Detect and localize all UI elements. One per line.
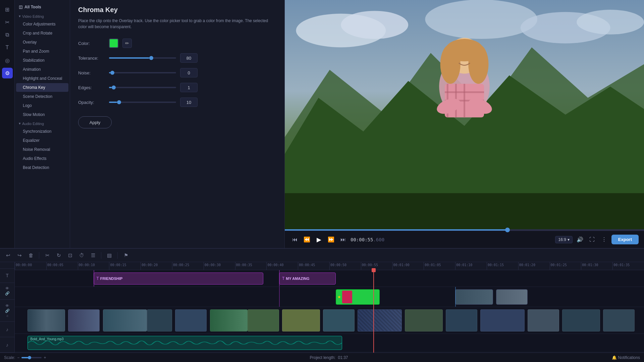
play-button[interactable]: ▶ — [314, 235, 324, 244]
video-clip-3[interactable] — [103, 309, 147, 331]
video-clip-9[interactable] — [323, 309, 355, 331]
layers-icon[interactable]: ⧉ — [2, 29, 13, 40]
text-track-row: T FRIENDSHIP T MY AMAZING — [15, 270, 644, 287]
video-clip-6[interactable] — [210, 309, 248, 331]
video-clip-14[interactable] — [528, 309, 559, 331]
scale-minus-icon[interactable]: − — [17, 355, 19, 360]
tool-logo[interactable]: Logo — [16, 101, 68, 110]
tool-audio-effects[interactable]: Audio Effects — [16, 154, 68, 163]
globe-icon[interactable]: ◎ — [2, 55, 13, 66]
scale-slider-track[interactable] — [21, 357, 42, 358]
video-clip-4[interactable] — [147, 309, 172, 331]
tool-chroma-key[interactable]: Chroma Key — [16, 83, 68, 92]
video-thumb2 — [68, 310, 99, 331]
eye-icon[interactable]: 👁 — [5, 286, 9, 290]
color-picker-button[interactable]: ✏ — [122, 39, 132, 48]
opacity-slider[interactable] — [109, 102, 176, 103]
cut-button[interactable]: ✂ — [43, 251, 52, 260]
tool-crop-rotate[interactable]: Crop and Rotate — [16, 29, 68, 38]
tool-stabilization[interactable]: Stabilization — [16, 56, 68, 65]
progress-thumb[interactable] — [505, 228, 510, 232]
loop-button[interactable]: ↻ — [54, 251, 63, 260]
eye-icon-2[interactable]: 👁 — [5, 304, 9, 308]
tool-noise-removal[interactable]: Noise Removal — [16, 145, 68, 154]
video-clip-15[interactable] — [562, 309, 600, 331]
scale-thumb[interactable] — [28, 356, 31, 359]
color-preview[interactable] — [109, 39, 118, 48]
list-button[interactable]: ☰ — [88, 251, 98, 260]
video-clip-10[interactable] — [358, 309, 401, 331]
tool-color-adjustments[interactable]: Color Adjustments — [16, 20, 68, 28]
video-clip-11[interactable] — [405, 309, 443, 331]
step-forward-button[interactable]: ⏩ — [326, 235, 336, 244]
noise-value[interactable]: 0 — [180, 68, 198, 77]
playhead[interactable] — [373, 270, 374, 353]
time-current: 00:00:55.600 — [351, 237, 384, 242]
skip-back-button[interactable]: ⏮ — [290, 235, 300, 244]
tools-icon[interactable]: ⚙ — [2, 68, 13, 78]
audio-link-icon[interactable]: ♫ — [6, 314, 8, 317]
video-clip-12[interactable] — [446, 309, 477, 331]
text-clip-friendship[interactable]: T FRIENDSHIP — [94, 273, 264, 285]
tool-synchronization[interactable]: Synchronization — [16, 127, 68, 136]
tolerance-slider[interactable] — [109, 57, 176, 59]
waveform-1 — [28, 336, 342, 350]
tool-overlay[interactable]: Overlay — [16, 38, 68, 47]
text-clip-myamazing[interactable]: T MY AMAZING — [279, 273, 336, 285]
ruler-mark: 00:00:45 — [298, 262, 329, 270]
scale-plus-icon[interactable]: + — [44, 355, 46, 360]
scale-control[interactable]: Scale: − + — [4, 355, 46, 360]
audio-editing-section[interactable]: ▾ Audio Editing — [15, 119, 70, 127]
tool-beat-detection[interactable]: Beat Detection — [16, 163, 68, 172]
volume-icon[interactable]: 🔊 — [575, 235, 585, 244]
overlay-clip2[interactable] — [455, 289, 493, 305]
text-track-icon: T — [6, 273, 9, 278]
fullscreen-icon[interactable]: ⛶ — [587, 235, 597, 244]
grid-icon[interactable]: ⊞ — [2, 4, 13, 15]
video-clip-2[interactable] — [68, 309, 100, 331]
notifications-button[interactable]: 🔔 Notifications — [612, 355, 640, 360]
noise-slider[interactable] — [109, 72, 176, 73]
tool-slow-motion[interactable]: Slow Motion — [16, 110, 68, 119]
tool-equalizer[interactable]: Equalizer — [16, 136, 68, 145]
video-editing-section[interactable]: ▾ Video Editing — [15, 12, 70, 19]
aspect-ratio-selector[interactable]: 16:9 ▾ — [555, 236, 572, 243]
edges-slider[interactable] — [109, 87, 176, 88]
delete-button[interactable]: 🗑 — [26, 251, 36, 260]
undo-button[interactable]: ↩ — [3, 251, 13, 260]
timer-button[interactable]: ⏱ — [77, 251, 86, 260]
more-options-icon[interactable]: ⋮ — [599, 235, 609, 244]
link-icon-2[interactable]: 🔗 — [5, 309, 10, 313]
tool-animation[interactable]: Animation — [16, 65, 68, 74]
tool-pan-zoom[interactable]: Pan and Zoom — [16, 47, 68, 56]
text-icon[interactable]: T — [2, 42, 13, 53]
audio-clip-1[interactable]: Bold_And_Young.mp3 — [28, 336, 342, 350]
crop-timeline-button[interactable]: ⊡ — [65, 251, 75, 260]
background-scene — [285, 0, 644, 229]
redo-button[interactable]: ↪ — [15, 251, 24, 260]
tolerance-value[interactable]: 80 — [180, 53, 198, 63]
audio-track2-row: Bright_Future.mp3 — [15, 352, 644, 353]
video-clip-5[interactable] — [175, 309, 207, 331]
tool-highlight-conceal[interactable]: Highlight and Conceal — [16, 74, 68, 83]
settings-title: Chroma Key — [70, 0, 284, 18]
tool-scene-detection[interactable]: Scene Detection — [16, 92, 68, 101]
step-back-button[interactable]: ⏪ — [302, 235, 312, 244]
video-progress-bar[interactable] — [285, 229, 644, 231]
export-button[interactable]: Export — [611, 235, 639, 244]
monitor-button[interactable]: ▤ — [105, 251, 114, 260]
video-clip-13[interactable] — [480, 309, 524, 331]
video-clip-7[interactable] — [248, 309, 279, 331]
overlay-clip3[interactable] — [496, 289, 528, 305]
flag-button[interactable]: ⚑ — [121, 251, 130, 260]
edges-value[interactable]: 1 — [180, 83, 198, 92]
skip-forward-button[interactable]: ⏭ — [338, 235, 348, 244]
scissors-icon[interactable]: ✂ — [2, 17, 13, 27]
video-clip-1[interactable] — [28, 309, 65, 331]
video-clip-16[interactable] — [603, 309, 635, 331]
opacity-value[interactable]: 10 — [180, 98, 198, 107]
ruler-mark: 00:00:25 — [172, 262, 204, 270]
link-icon[interactable]: 🔗 — [5, 291, 10, 296]
video-clip-8[interactable] — [282, 309, 320, 331]
apply-button[interactable]: Apply — [78, 116, 112, 128]
